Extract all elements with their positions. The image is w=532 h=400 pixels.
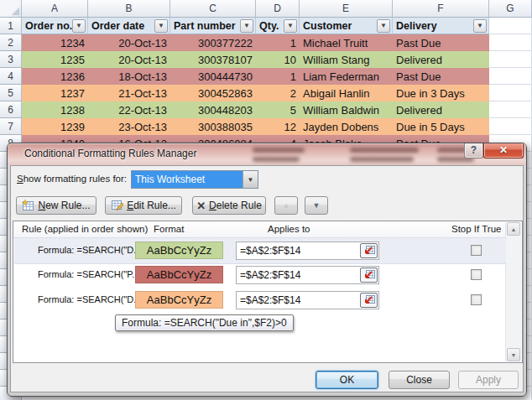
cell-E3[interactable]: William Stang: [300, 51, 393, 68]
cell-G6[interactable]: [489, 101, 532, 118]
stop-if-true-checkbox[interactable]: [471, 245, 482, 256]
close-window-button[interactable]: ✕: [483, 143, 524, 158]
filter-button-B1[interactable]: ▼: [154, 19, 168, 33]
new-rule-button[interactable]: New Rule...: [16, 196, 96, 215]
ok-button[interactable]: OK: [316, 371, 378, 389]
cell-C1[interactable]: Part number▼: [170, 18, 256, 34]
rule-row[interactable]: Formula: =SEARCH("P...AaBbCcYyZz=$A$2:$F…: [14, 262, 506, 288]
close-button[interactable]: Close: [389, 371, 450, 389]
col-header-F[interactable]: F: [393, 0, 489, 18]
cell-B1[interactable]: Order date▼: [88, 18, 170, 34]
cell-G2[interactable]: [489, 34, 532, 51]
cell-C3[interactable]: 300378107: [170, 51, 256, 68]
new-rule-label: New Rule...: [38, 200, 90, 211]
cell-D7[interactable]: 12: [256, 118, 300, 135]
applies-to-input[interactable]: =$A$2:$F$14: [236, 242, 379, 260]
apply-button[interactable]: Apply: [458, 371, 519, 389]
cell-F1[interactable]: Delivery▼: [393, 18, 489, 34]
cell-C7[interactable]: 300388035: [170, 118, 256, 135]
applies-to-input[interactable]: =$A$2:$F$14: [236, 291, 379, 309]
col-header-E[interactable]: E: [300, 0, 393, 18]
row-header-7[interactable]: 7: [0, 118, 22, 135]
range-selector-button[interactable]: [360, 268, 378, 283]
cell-E5[interactable]: Abigail Hanlin: [300, 85, 393, 101]
cell-E4[interactable]: Liam Federman: [300, 68, 393, 85]
row-header-1[interactable]: 1: [0, 18, 22, 34]
col-header-A[interactable]: A: [22, 0, 88, 18]
filter-button-A1[interactable]: ▼: [72, 19, 86, 33]
cell-E7[interactable]: Jayden Dobens: [300, 118, 393, 135]
cell-A3[interactable]: 1235: [22, 51, 88, 68]
col-header-D[interactable]: D: [256, 0, 300, 18]
cell-A7[interactable]: 1239: [22, 118, 88, 135]
scroll-down-icon[interactable]: ▼: [507, 348, 520, 361]
filter-button-F1[interactable]: ▼: [473, 19, 487, 33]
cell-B2[interactable]: 20-Oct-13: [88, 34, 170, 51]
cell-G4[interactable]: [489, 68, 532, 85]
cell-F4[interactable]: Past Due: [393, 68, 489, 85]
cell-G3[interactable]: [489, 51, 532, 68]
cell-E6[interactable]: William Baldwin: [300, 101, 393, 118]
cell-G7[interactable]: [489, 118, 532, 135]
rules-list-scrollbar[interactable]: ▲ ▼: [505, 222, 521, 361]
row-header-3[interactable]: 3: [0, 51, 22, 68]
cell-F3[interactable]: Delivered: [393, 51, 489, 68]
cell-F5[interactable]: Due in 3 Days: [393, 85, 489, 101]
cell-C4[interactable]: 300444730: [170, 68, 256, 85]
cell-D6[interactable]: 5: [256, 101, 300, 118]
col-header-C[interactable]: C: [170, 0, 256, 18]
range-selector-button[interactable]: [360, 293, 378, 308]
cell-B5[interactable]: 21-Oct-13: [88, 85, 170, 101]
stop-if-true-checkbox[interactable]: [471, 294, 482, 305]
cell-D3[interactable]: 10: [256, 51, 300, 68]
rule-row[interactable]: Formula: =SEARCH("D...AaBbCcYyZz=$A$2:$F…: [14, 237, 506, 264]
cell-F7[interactable]: Due in 5 Days: [393, 118, 489, 135]
cell-D2[interactable]: 1: [256, 34, 300, 51]
filter-button-E1[interactable]: ▼: [377, 19, 390, 33]
cell-A2[interactable]: 1234: [22, 34, 88, 51]
help-button[interactable]: ?: [464, 143, 483, 158]
move-down-button[interactable]: ▼: [305, 196, 328, 215]
delete-rule-button[interactable]: ✕ Delete Rule: [192, 196, 266, 215]
move-up-button[interactable]: ▲: [274, 196, 298, 215]
cell-G1[interactable]: [489, 18, 532, 34]
filter-button-D1[interactable]: ▼: [284, 19, 297, 33]
applies-to-input[interactable]: =$A$2:$F$14: [236, 266, 379, 284]
cell-A5[interactable]: 1237: [22, 85, 88, 101]
edit-rule-button[interactable]: Edit Rule...: [105, 196, 182, 215]
show-rules-dropdown[interactable]: This Worksheet ▼: [131, 170, 258, 189]
cell-D4[interactable]: 1: [256, 68, 300, 85]
filter-button-C1[interactable]: ▼: [240, 19, 253, 33]
cell-F6[interactable]: Delivered: [393, 101, 489, 118]
cell-E2[interactable]: Michael Truitt: [300, 34, 393, 51]
cell-C6[interactable]: 300448203: [170, 101, 256, 118]
cell-E1[interactable]: Customer▼: [300, 18, 393, 34]
cell-A4[interactable]: 1236: [22, 68, 88, 85]
question-icon: ?: [471, 144, 477, 156]
select-all-corner[interactable]: [0, 0, 22, 18]
cell-D1[interactable]: Qty.▼: [256, 18, 300, 34]
cell-G5[interactable]: [489, 85, 532, 101]
row-header-5[interactable]: 5: [0, 85, 22, 101]
cell-D5[interactable]: 2: [256, 85, 300, 101]
cell-A1[interactable]: Order no.▼: [22, 18, 88, 34]
col-header-B[interactable]: B: [88, 0, 170, 18]
cell-B7[interactable]: 23-Oct-13: [88, 118, 170, 135]
dialog-title-bar[interactable]: Conditional Formatting Rules Manager ? ✕: [8, 143, 526, 165]
chevron-down-icon[interactable]: ▼: [243, 171, 258, 188]
row-header-4[interactable]: 4: [0, 68, 22, 85]
cell-F2[interactable]: Past Due: [393, 34, 489, 51]
cell-A6[interactable]: 1238: [22, 101, 88, 118]
cell-B4[interactable]: 18-Oct-13: [88, 68, 170, 85]
cell-C2[interactable]: 300377222: [170, 34, 256, 51]
stop-if-true-checkbox[interactable]: [471, 269, 482, 280]
cell-C5[interactable]: 300452863: [170, 85, 256, 101]
row-header-2[interactable]: 2: [0, 34, 22, 51]
rule-row[interactable]: Formula: =SEARCH("D...AaBbCcYyZz=$A$2:$F…: [14, 288, 506, 313]
col-header-G[interactable]: G: [489, 0, 532, 18]
cell-B3[interactable]: 20-Oct-13: [88, 51, 170, 68]
row-header-6[interactable]: 6: [0, 101, 22, 118]
cell-B6[interactable]: 22-Oct-13: [88, 101, 170, 118]
range-selector-button[interactable]: [360, 243, 378, 258]
scroll-up-icon[interactable]: ▲: [507, 222, 520, 236]
